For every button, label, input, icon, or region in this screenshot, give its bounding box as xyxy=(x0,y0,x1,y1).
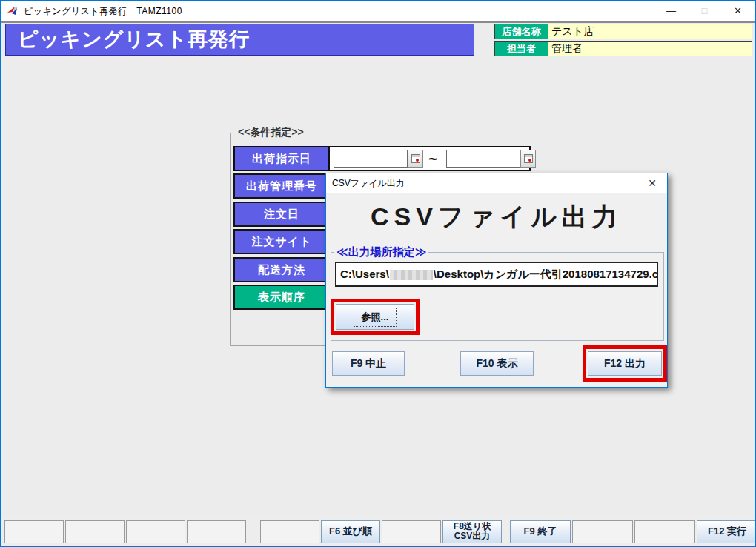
ship-date-row: 出荷指示日 ~ xyxy=(233,146,531,171)
page-title: ピッキングリスト再発行 xyxy=(5,24,474,56)
date-from-calendar-button[interactable] xyxy=(408,150,423,168)
date-from-input[interactable] xyxy=(334,150,408,168)
path-suffix: \Desktop\カンガルー代引20180817134729.csv xyxy=(434,268,658,280)
staff-row: 担当者 管理者 xyxy=(494,41,752,56)
browse-button-label: 参照... xyxy=(354,308,397,327)
output-location-group: ≪出力場所指定≫ C:\Users\\Desktop\カンガルー代引201808… xyxy=(331,252,664,341)
date-to-calendar-button[interactable] xyxy=(520,150,536,168)
cond-button-order-site[interactable]: 注文サイト xyxy=(233,229,330,254)
titlebar-divider xyxy=(1,21,755,23)
fkey-empty-1 xyxy=(4,520,64,543)
dialog-heading: CSVファイル出力 xyxy=(326,200,667,234)
dialog-body: CSVファイル出力 ≪出力場所指定≫ C:\Users\\Desktop\カンガ… xyxy=(326,193,667,388)
function-key-bar: F6 並び順 F8送り状 CSV出力 F9 終了 F12 実行 xyxy=(1,517,755,546)
fkey-empty-4 xyxy=(187,520,246,543)
store-name-row: 店舗名称 テスト店 xyxy=(494,24,752,39)
csv-output-dialog: CSVファイル出力 ✕ CSVファイル出力 ≪出力場所指定≫ C:\Users\… xyxy=(325,173,668,388)
f12-output-button[interactable]: F12 出力 xyxy=(588,351,662,376)
redacted-username xyxy=(390,270,433,280)
dialog-titlebar: CSVファイル出力 ✕ xyxy=(326,173,667,193)
date-to-input[interactable] xyxy=(446,150,520,168)
fkey-f12-execute[interactable]: F12 実行 xyxy=(697,520,756,543)
staff-label: 担当者 xyxy=(494,41,548,56)
fkey-f6-sort-order[interactable]: F6 並び順 xyxy=(321,520,380,543)
cond-button-order-date[interactable]: 注文日 xyxy=(233,202,330,227)
dialog-title: CSVファイル出力 xyxy=(332,177,405,190)
window-title: ピッキングリスト再発行 TAMZ1100 xyxy=(24,5,182,18)
condition-group-label: <<条件指定>> xyxy=(236,126,306,139)
cond-button-display-order[interactable]: 表示順序 xyxy=(233,285,330,310)
window-titlebar: ピッキングリスト再発行 TAMZ1100 — □ ✕ xyxy=(1,1,755,21)
staff-value: 管理者 xyxy=(548,41,752,56)
fkey-empty-5 xyxy=(260,520,319,543)
f9-cancel-button[interactable]: F9 中止 xyxy=(332,351,405,376)
ship-date-button[interactable]: 出荷指示日 xyxy=(235,147,330,170)
calendar-icon xyxy=(411,154,420,163)
window-controls: — □ ✕ xyxy=(654,1,755,21)
fkey-f9-exit[interactable]: F9 終了 xyxy=(510,520,571,543)
output-path-field[interactable]: C:\Users\\Desktop\カンガルー代引20180817134729.… xyxy=(335,262,658,287)
close-icon[interactable]: ✕ xyxy=(721,1,755,21)
cond-button-shipping-mgmt-number[interactable]: 出荷管理番号 xyxy=(233,173,330,199)
minimize-icon[interactable]: — xyxy=(654,1,688,21)
store-name-label: 店舗名称 xyxy=(494,24,548,39)
fkey-empty-2 xyxy=(65,520,125,543)
f10-show-button[interactable]: F10 表示 xyxy=(460,351,534,376)
fkey-empty-10 xyxy=(572,520,633,543)
annotation-rect-output: F12 出力 xyxy=(583,345,667,382)
fkey-empty-3 xyxy=(126,520,185,543)
cond-button-delivery-method[interactable]: 配送方法 xyxy=(233,257,330,282)
fkey-f8-invoice-csv-output[interactable]: F8送り状 CSV出力 xyxy=(442,520,502,543)
fkey-empty-7 xyxy=(382,520,441,543)
output-location-label: ≪出力場所指定≫ xyxy=(334,245,428,259)
store-name-value: テスト店 xyxy=(548,24,752,39)
maximize-icon: □ xyxy=(688,1,721,21)
calendar-icon xyxy=(524,154,533,163)
annotation-rect-browse: 参照... xyxy=(331,299,420,335)
browse-button[interactable]: 参照... xyxy=(336,304,414,330)
fkey-empty-11 xyxy=(634,520,695,543)
path-prefix: C:\Users\ xyxy=(340,268,389,280)
dialog-close-icon[interactable]: ✕ xyxy=(648,173,657,193)
date-range-separator: ~ xyxy=(423,150,442,168)
app-icon xyxy=(7,5,19,17)
app-window: ピッキングリスト再発行 TAMZ1100 — □ ✕ ピッキングリスト再発行 店… xyxy=(0,0,756,547)
